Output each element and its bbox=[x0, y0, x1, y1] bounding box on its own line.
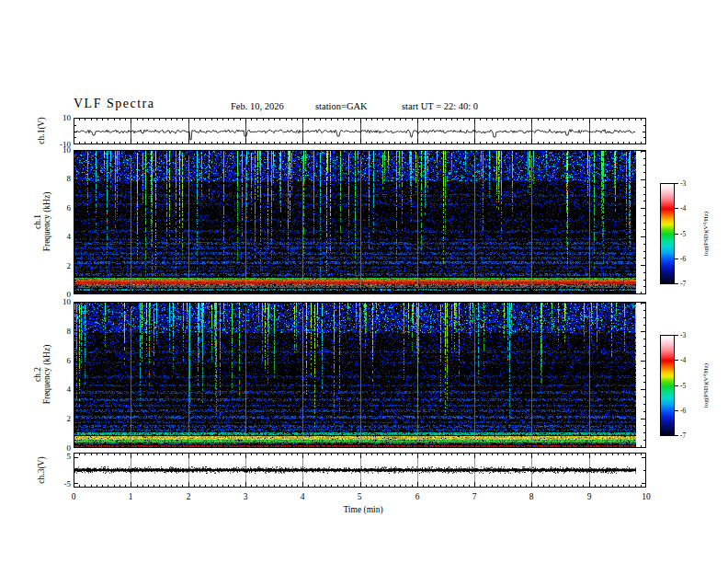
colorbar-tick-label: -6 bbox=[680, 407, 686, 415]
y-tick-label: 4 bbox=[46, 385, 71, 394]
y-tick-label: 2 bbox=[46, 414, 71, 423]
colorbar-tick-label: -7 bbox=[680, 280, 686, 288]
axis-label-text: Frequency (kHz) bbox=[42, 192, 51, 252]
colorbar-tick-label: -3 bbox=[680, 179, 686, 188]
ch2-frequency-axis-label: ch.2 Frequency (kHz) bbox=[33, 345, 51, 405]
colorbar-tick bbox=[675, 283, 678, 284]
colorbar-tick bbox=[675, 410, 678, 411]
start-ut-label: start UT = 22: 40: 0 bbox=[402, 101, 478, 111]
x-tick-label: 7 bbox=[472, 492, 477, 501]
y-tick-label: 10 bbox=[46, 297, 71, 306]
axis-label-text: ch.1 bbox=[33, 192, 42, 252]
x-tick-label: 3 bbox=[244, 492, 248, 501]
colorbar-tick-label: -3 bbox=[680, 331, 686, 339]
ch1-spectrogram bbox=[74, 150, 646, 294]
x-tick-label: 0 bbox=[72, 492, 76, 501]
date-label: Feb. 10, 2026 bbox=[231, 101, 284, 111]
x-tick-label: 2 bbox=[187, 492, 191, 501]
ch3-waveform-plot bbox=[74, 453, 646, 488]
x-tick-label: 1 bbox=[129, 492, 133, 501]
y-tick-label: 6 bbox=[46, 356, 71, 365]
y-tick-label: 10 bbox=[46, 145, 71, 155]
x-axis-title: Time (min) bbox=[343, 505, 382, 514]
colorbar-tick-label: -4 bbox=[680, 204, 686, 213]
colorbar-tick-label: -6 bbox=[680, 255, 686, 263]
y-tick-label: 6 bbox=[46, 203, 71, 213]
colorbar-tick-label: -4 bbox=[680, 356, 686, 364]
colorbar-ch1 bbox=[660, 183, 675, 284]
colorbar-ch2 bbox=[660, 335, 675, 436]
ch3-voltage-axis-label: ch.3(V) bbox=[37, 456, 46, 483]
ch1-voltage-axis-label: ch.1(V) bbox=[37, 117, 46, 144]
colorbar-tick-label: -5 bbox=[680, 382, 686, 390]
ch2-spectrogram bbox=[74, 302, 646, 448]
colorbar-tick-label: -7 bbox=[680, 431, 686, 440]
colorbar-tick-label: -5 bbox=[680, 230, 686, 238]
colorbar-ch1-title: log(PSD)(V²/Hz) bbox=[702, 212, 710, 256]
colorbar-tick bbox=[675, 259, 678, 259]
axis-label-text: Frequency (kHz) bbox=[42, 345, 51, 405]
x-tick-label: 4 bbox=[301, 492, 305, 501]
axis-label-text: ch.1(V) bbox=[37, 117, 46, 144]
colorbar-tick bbox=[675, 385, 678, 386]
plot-title: VLF Spectra bbox=[74, 97, 154, 111]
colorbar-tick bbox=[675, 360, 678, 361]
y-tick-label: 5 bbox=[46, 452, 71, 461]
x-tick-label: 8 bbox=[529, 492, 534, 501]
colorbar-tick bbox=[675, 435, 678, 436]
station-label: station=GAK bbox=[315, 101, 368, 111]
y-tick-label: 4 bbox=[46, 232, 71, 241]
y-tick-label: 10 bbox=[46, 113, 71, 122]
y-tick-label: -5 bbox=[46, 479, 71, 488]
y-tick-label: 8 bbox=[46, 174, 71, 183]
colorbar-tick bbox=[675, 208, 678, 209]
x-tick-label: 6 bbox=[415, 492, 420, 501]
x-tick-label: 9 bbox=[587, 492, 592, 501]
colorbar-ch2-title: log(PSD)(V²/Hz) bbox=[702, 363, 710, 408]
axis-label-text: ch.2 bbox=[33, 345, 42, 405]
ch1-frequency-axis-label: ch.1 Frequency (kHz) bbox=[33, 192, 51, 252]
y-tick-label: 2 bbox=[46, 261, 71, 270]
colorbar-tick bbox=[675, 234, 678, 235]
y-tick-label: 8 bbox=[46, 327, 71, 336]
x-tick-label: 5 bbox=[358, 492, 362, 501]
vlf-spectra-page: VLF Spectra Feb. 10, 2026 station=GAK st… bbox=[0, 0, 728, 563]
x-tick-label: 10 bbox=[642, 492, 651, 501]
ch1-waveform-plot bbox=[74, 118, 646, 144]
colorbar-tick bbox=[675, 335, 678, 336]
colorbar-tick bbox=[675, 183, 678, 184]
axis-label-text: ch.3(V) bbox=[37, 456, 46, 483]
